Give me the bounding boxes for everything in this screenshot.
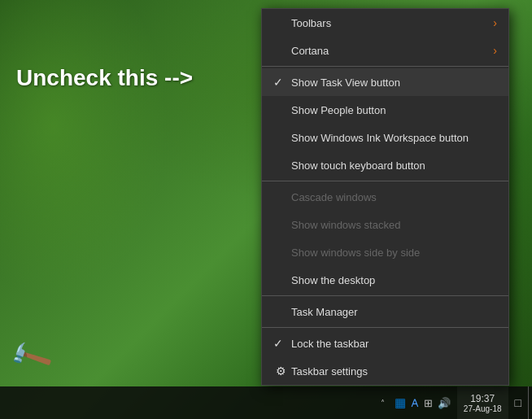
cortana-arrow-icon: › bbox=[493, 44, 497, 57]
context-menu: Toolbars › Cortana › ✓ Show Task View bu… bbox=[261, 8, 509, 386]
menu-item-cascade: Cascade windows bbox=[262, 183, 508, 211]
touch-keyboard-label: Show touch keyboard button bbox=[291, 159, 497, 172]
people-label: Show People button bbox=[291, 104, 497, 116]
separator-1 bbox=[262, 66, 508, 67]
menu-item-task-view[interactable]: ✓ Show Task View button bbox=[262, 68, 508, 96]
taskbar-time: 19:37 bbox=[470, 393, 495, 404]
lock-taskbar-label: Lock the taskbar bbox=[291, 338, 497, 350]
cortana-label: Cortana bbox=[291, 45, 493, 57]
menu-item-lock-taskbar[interactable]: ✓ Lock the taskbar bbox=[262, 330, 508, 357]
taskbar-settings-gear-icon: ⚙ bbox=[273, 364, 288, 378]
cascade-label: Cascade windows bbox=[291, 191, 497, 203]
taskbar-settings-label: Taskbar settings bbox=[291, 365, 497, 378]
menu-item-show-desktop[interactable]: Show the desktop bbox=[262, 266, 508, 294]
toolbars-label: Toolbars bbox=[291, 17, 493, 29]
network-icon[interactable]: ⊞ bbox=[424, 397, 433, 409]
menu-item-task-manager[interactable]: Task Manager bbox=[262, 298, 508, 325]
taskbar-clock[interactable]: 19:37 27-Aug-18 bbox=[457, 386, 508, 419]
toolbars-arrow-icon: › bbox=[493, 16, 497, 29]
system-tray-expand-icon[interactable]: ˄ bbox=[377, 399, 388, 408]
menu-item-toolbars[interactable]: Toolbars › bbox=[262, 9, 508, 37]
menu-item-cortana[interactable]: Cortana › bbox=[262, 37, 508, 64]
volume-icon[interactable]: 🔊 bbox=[438, 397, 451, 409]
taskbar-right-area: ˄ ▦ 𐌀 ⊞ 🔊 19:37 27-Aug-18 □ bbox=[377, 386, 532, 419]
menu-item-people[interactable]: Show People button bbox=[262, 96, 508, 124]
separator-4 bbox=[262, 327, 508, 328]
notification-center-icon[interactable]: □ bbox=[508, 396, 528, 409]
stacked-label: Show windows stacked bbox=[291, 219, 497, 231]
side-by-side-label: Show windows side by side bbox=[291, 247, 497, 259]
taskbar-date: 27-Aug-18 bbox=[464, 404, 502, 413]
menu-item-stacked: Show windows stacked bbox=[262, 211, 508, 238]
taskbar: ˄ ▦ 𐌀 ⊞ 🔊 19:37 27-Aug-18 □ bbox=[0, 386, 532, 419]
ink-workspace-label: Show Windows Ink Workspace button bbox=[291, 132, 497, 144]
task-manager-label: Task Manager bbox=[291, 306, 497, 318]
menu-item-ink-workspace[interactable]: Show Windows Ink Workspace button bbox=[262, 124, 508, 151]
task-view-check-icon: ✓ bbox=[273, 76, 288, 89]
task-view-label: Show Task View button bbox=[291, 76, 497, 89]
menu-item-side-by-side: Show windows side by side bbox=[262, 238, 508, 266]
show-desktop-label: Show the desktop bbox=[291, 274, 497, 286]
menu-item-touch-keyboard[interactable]: Show touch keyboard button bbox=[262, 151, 508, 179]
separator-3 bbox=[262, 295, 508, 296]
separator-2 bbox=[262, 181, 508, 181]
bluetooth-icon[interactable]: 𐌀 bbox=[411, 397, 419, 409]
show-desktop-button[interactable] bbox=[528, 386, 532, 419]
taskbar-icons: ▦ 𐌀 ⊞ 🔊 bbox=[388, 395, 457, 410]
windows-security-icon[interactable]: ▦ bbox=[395, 395, 406, 410]
menu-item-taskbar-settings[interactable]: ⚙ Taskbar settings bbox=[262, 357, 508, 385]
lock-taskbar-check-icon: ✓ bbox=[273, 337, 288, 350]
